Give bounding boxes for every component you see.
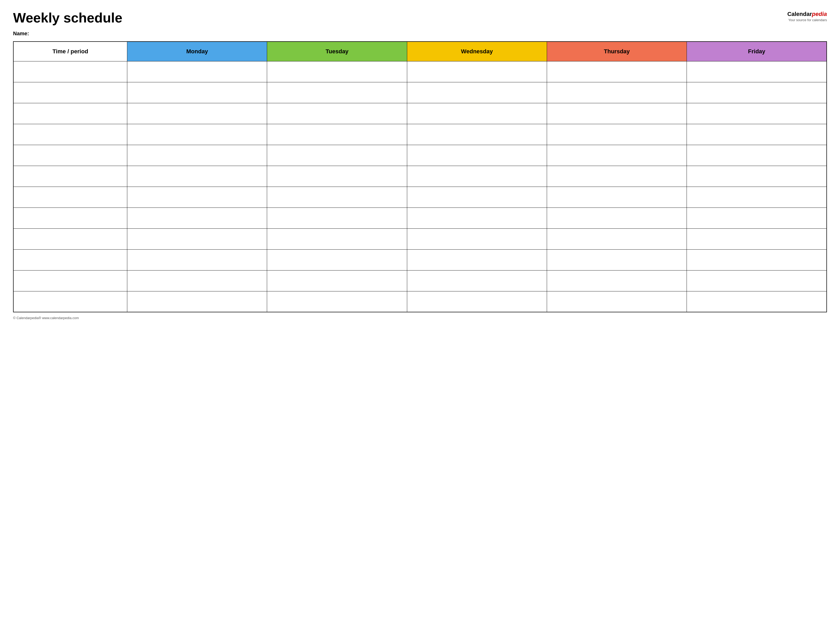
table-row (13, 82, 827, 103)
table-cell[interactable] (127, 249, 267, 270)
table-cell[interactable] (127, 103, 267, 124)
table-cell[interactable] (267, 145, 407, 166)
table-cell[interactable] (547, 103, 687, 124)
table-cell[interactable] (127, 207, 267, 229)
table-cell[interactable] (407, 186, 547, 207)
table-cell[interactable] (547, 82, 687, 103)
table-cell[interactable] (547, 61, 687, 82)
table-cell[interactable] (687, 186, 827, 207)
table-cell[interactable] (13, 145, 127, 166)
table-cell[interactable] (547, 249, 687, 270)
table-row (13, 61, 827, 82)
col-header-tuesday: Tuesday (267, 41, 407, 61)
table-cell[interactable] (407, 270, 547, 291)
table-cell[interactable] (267, 82, 407, 103)
table-cell[interactable] (687, 61, 827, 82)
table-cell[interactable] (547, 229, 687, 249)
table-cell[interactable] (267, 207, 407, 229)
logo-calendar-part: Calendar (787, 11, 812, 17)
table-cell[interactable] (687, 124, 827, 145)
table-row (13, 270, 827, 291)
col-header-time: Time / period (13, 41, 127, 61)
logo-pedia-part: pedia (812, 11, 827, 17)
table-cell[interactable] (127, 145, 267, 166)
table-row (13, 145, 827, 166)
footer: © Calendarpedia® www.calendarpedia.com (13, 316, 827, 320)
table-cell[interactable] (407, 291, 547, 312)
table-cell[interactable] (547, 207, 687, 229)
table-cell[interactable] (13, 166, 127, 186)
table-cell[interactable] (687, 103, 827, 124)
logo-tagline: Your source for calendars (787, 18, 827, 22)
name-label: Name: (13, 31, 827, 36)
col-header-thursday: Thursday (547, 41, 687, 61)
table-row (13, 124, 827, 145)
table-cell[interactable] (267, 249, 407, 270)
table-cell[interactable] (687, 291, 827, 312)
table-cell[interactable] (547, 291, 687, 312)
copyright-text: © Calendarpedia® www.calendarpedia.com (13, 316, 79, 320)
table-cell[interactable] (13, 124, 127, 145)
table-cell[interactable] (127, 124, 267, 145)
table-cell[interactable] (547, 166, 687, 186)
table-cell[interactable] (127, 229, 267, 249)
logo: Calendarpedia Your source for calendars (787, 11, 827, 22)
table-cell[interactable] (127, 166, 267, 186)
table-cell[interactable] (547, 186, 687, 207)
table-cell[interactable] (127, 291, 267, 312)
table-cell[interactable] (13, 61, 127, 82)
table-cell[interactable] (547, 270, 687, 291)
table-cell[interactable] (687, 145, 827, 166)
table-cell[interactable] (13, 291, 127, 312)
table-cell[interactable] (687, 229, 827, 249)
table-cell[interactable] (267, 61, 407, 82)
table-cell[interactable] (13, 249, 127, 270)
table-cell[interactable] (267, 186, 407, 207)
table-cell[interactable] (407, 145, 547, 166)
table-cell[interactable] (407, 229, 547, 249)
table-cell[interactable] (407, 249, 547, 270)
col-header-monday: Monday (127, 41, 267, 61)
table-cell[interactable] (127, 186, 267, 207)
schedule-table: Time / period Monday Tuesday Wednesday T… (13, 41, 827, 312)
table-cell[interactable] (687, 207, 827, 229)
schedule-body (13, 61, 827, 312)
table-row (13, 229, 827, 249)
table-cell[interactable] (13, 229, 127, 249)
table-cell[interactable] (407, 124, 547, 145)
table-cell[interactable] (127, 270, 267, 291)
table-cell[interactable] (13, 103, 127, 124)
table-cell[interactable] (547, 124, 687, 145)
table-cell[interactable] (687, 166, 827, 186)
table-row (13, 249, 827, 270)
table-cell[interactable] (267, 229, 407, 249)
col-header-wednesday: Wednesday (407, 41, 547, 61)
table-row (13, 207, 827, 229)
table-cell[interactable] (267, 124, 407, 145)
table-cell[interactable] (13, 82, 127, 103)
table-cell[interactable] (267, 270, 407, 291)
table-cell[interactable] (407, 103, 547, 124)
table-cell[interactable] (13, 207, 127, 229)
table-cell[interactable] (267, 291, 407, 312)
table-cell[interactable] (407, 61, 547, 82)
table-cell[interactable] (13, 270, 127, 291)
table-cell[interactable] (687, 82, 827, 103)
table-cell[interactable] (407, 207, 547, 229)
table-row (13, 103, 827, 124)
table-cell[interactable] (687, 270, 827, 291)
table-cell[interactable] (13, 186, 127, 207)
table-cell[interactable] (127, 61, 267, 82)
table-cell[interactable] (407, 82, 547, 103)
header-row: Time / period Monday Tuesday Wednesday T… (13, 41, 827, 61)
table-cell[interactable] (547, 145, 687, 166)
logo-text: Calendarpedia (787, 11, 827, 18)
table-row (13, 291, 827, 312)
table-cell[interactable] (127, 82, 267, 103)
table-cell[interactable] (687, 249, 827, 270)
table-cell[interactable] (267, 103, 407, 124)
page-header: Weekly schedule Calendarpedia Your sourc… (13, 11, 827, 25)
table-row (13, 166, 827, 186)
table-cell[interactable] (267, 166, 407, 186)
table-cell[interactable] (407, 166, 547, 186)
